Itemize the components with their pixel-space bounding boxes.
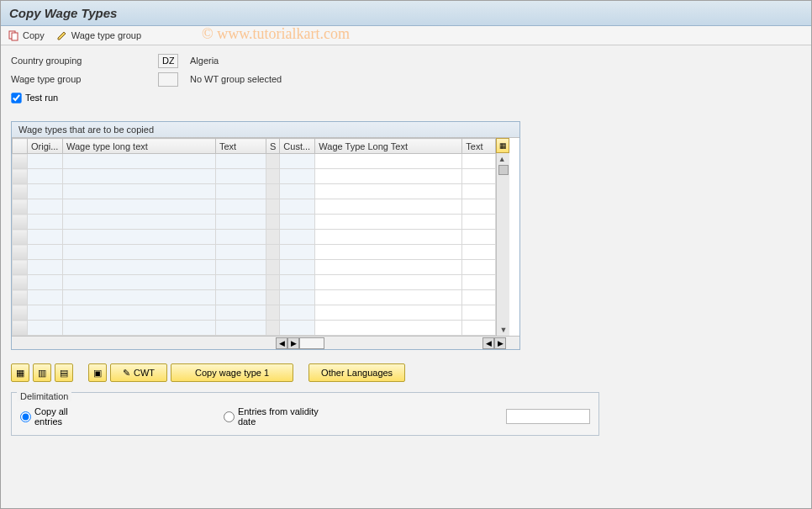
grid-table: Origi... Wage type long text Text S Cust…	[12, 138, 496, 336]
scroll-up-icon[interactable]: ▲	[498, 155, 509, 163]
copy-button[interactable]: Copy	[8, 29, 45, 41]
edit-icon: ✎	[123, 368, 130, 379]
table-row[interactable]	[13, 199, 496, 215]
table-row[interactable]	[13, 275, 496, 290]
title-bar: Copy Wage Types	[1, 1, 811, 26]
table-row[interactable]	[13, 321, 496, 336]
scroll-track-1[interactable]	[299, 337, 324, 349]
sort-icon: ▤	[60, 368, 68, 379]
pencil-icon	[56, 29, 68, 41]
entries-from-radio-input[interactable]	[224, 411, 235, 422]
table-row[interactable]	[13, 169, 496, 184]
other-languages-label: Other Languages	[321, 368, 393, 378]
wage-type-group-field-label: Wage type group	[11, 74, 158, 84]
wage-type-group-label: Wage type group	[71, 30, 141, 40]
grid-title: Wage types that are to be copied	[12, 122, 519, 138]
copy-button-label: Copy	[23, 30, 45, 40]
scroll-thumb[interactable]	[498, 165, 509, 175]
delete-icon: ▣	[93, 368, 102, 379]
col-wage-type-long-text-2[interactable]: Wage Type Long Text	[315, 139, 462, 154]
deselect-icon: ▥	[38, 368, 46, 379]
col-text-2[interactable]: Text	[462, 139, 496, 154]
table-row[interactable]	[13, 215, 496, 230]
svg-rect-1	[12, 33, 18, 40]
test-run-checkbox[interactable]	[11, 93, 21, 103]
configure-columns-icon[interactable]: ▦	[496, 138, 509, 153]
copy-wage-type-1-button[interactable]: Copy wage type 1	[171, 363, 293, 382]
test-run-label: Test run	[25, 93, 58, 103]
action-button-row: ▦ ▥ ▤ ▣ ✎ CWT Copy wage type 1 Other Lan…	[1, 358, 811, 387]
country-grouping-desc: Algeria	[190, 56, 219, 66]
cwt-button-label: CWT	[134, 368, 155, 378]
other-languages-button[interactable]: Other Languages	[308, 363, 405, 382]
delimitation-group: Delimitation Copy all entries Entries fr…	[11, 392, 599, 436]
deselect-all-button[interactable]: ▥	[33, 363, 51, 382]
table-row[interactable]	[13, 230, 496, 245]
col-s[interactable]: S	[266, 139, 280, 154]
delete-button[interactable]: ▣	[88, 363, 107, 382]
table-row[interactable]	[13, 305, 496, 321]
row-selector-header[interactable]	[13, 139, 28, 154]
scroll-down-icon[interactable]: ▼	[499, 326, 507, 334]
app-toolbar: Copy Wage type group	[1, 26, 811, 45]
table-row[interactable]	[13, 184, 496, 199]
entries-from-label: Entries from validity date	[238, 406, 333, 427]
country-grouping-label: Country grouping	[11, 56, 158, 66]
scroll-right-1-icon[interactable]: ▶	[287, 337, 299, 349]
table-row[interactable]	[13, 260, 496, 275]
col-wage-type-long-text-1[interactable]: Wage type long text	[63, 139, 216, 154]
copy-all-radio-input[interactable]	[20, 411, 31, 422]
wage-types-grid: Wage types that are to be copied Origi..…	[11, 121, 520, 350]
grid-body	[13, 154, 496, 336]
sort-button[interactable]: ▤	[55, 363, 73, 382]
select-all-icon: ▦	[16, 368, 24, 379]
scroll-left-1-icon[interactable]: ◀	[276, 337, 287, 349]
scroll-left-2-icon[interactable]: ◀	[482, 337, 494, 349]
cwt-button[interactable]: ✎ CWT	[110, 363, 167, 382]
copy-all-entries-radio[interactable]: Copy all entries	[20, 406, 94, 427]
scroll-right-2-icon[interactable]: ▶	[494, 337, 506, 349]
wage-type-group-button[interactable]: Wage type group	[56, 29, 141, 41]
copy-icon	[8, 29, 19, 41]
select-all-button[interactable]: ▦	[11, 363, 29, 382]
page-title: Copy Wage Types	[9, 6, 803, 20]
form-area: Country grouping Algeria Wage type group…	[1, 45, 811, 113]
entries-from-radio[interactable]: Entries from validity date	[224, 406, 333, 427]
country-grouping-input[interactable]	[158, 54, 178, 68]
horizontal-scrollbar: ◀ ▶ ◀ ▶	[12, 336, 519, 349]
col-cust[interactable]: Cust...	[280, 139, 315, 154]
wage-type-group-desc: No WT group selected	[190, 74, 282, 84]
copy-all-label: Copy all entries	[34, 406, 94, 427]
validity-date-input[interactable]	[506, 409, 590, 424]
table-row[interactable]	[13, 154, 496, 169]
copy-wage-type-1-label: Copy wage type 1	[195, 368, 269, 378]
vertical-scrollbar[interactable]: ▲ ▼	[496, 153, 509, 336]
wage-type-group-input[interactable]	[158, 72, 178, 87]
delimitation-legend: Delimitation	[17, 391, 71, 401]
col-text-1[interactable]: Text	[216, 139, 266, 154]
table-row[interactable]	[13, 290, 496, 305]
col-origi[interactable]: Origi...	[28, 139, 63, 154]
table-row[interactable]	[13, 245, 496, 260]
